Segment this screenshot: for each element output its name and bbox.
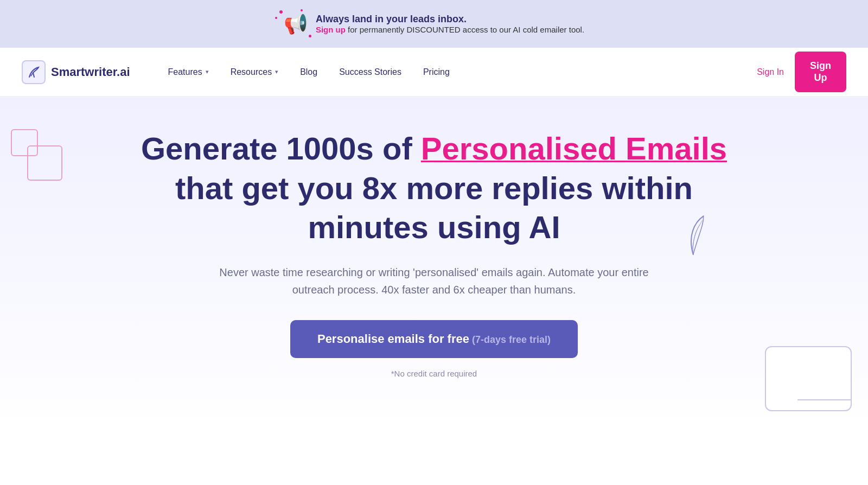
cta-main-text: Personalise emails for free <box>317 332 469 346</box>
banner-signup-link[interactable]: Sign up <box>316 25 346 34</box>
nav-item-resources[interactable]: Resources ▾ <box>220 63 289 81</box>
hero-deco-left <box>11 129 62 181</box>
nav-links: Features ▾ Resources ▾ Blog Success Stor… <box>157 63 757 81</box>
deco-dot-1 <box>279 10 283 14</box>
deco-dot-2 <box>275 17 277 19</box>
deco-dot-3 <box>309 35 311 37</box>
nav-item-blog[interactable]: Blog <box>289 63 328 81</box>
hero-title: Generate 1000s of Personalised Emails th… <box>136 129 732 247</box>
hero-subtitle: Never waste time researching or writing … <box>217 264 651 298</box>
sign-up-button[interactable]: SignUp <box>795 52 846 92</box>
banner-subtext: Sign up for permanently DISCOUNTED acces… <box>316 25 584 34</box>
deco-square-2 <box>27 145 62 181</box>
nav-right: Sign In SignUp <box>757 52 846 92</box>
cta-button[interactable]: Personalise emails for free (7-days free… <box>290 320 578 358</box>
nav-item-pricing[interactable]: Pricing <box>412 63 461 81</box>
logo-text: Smartwriter.ai <box>51 65 130 79</box>
banner-text: Always land in your leads inbox. Sign up… <box>316 14 584 34</box>
hero-section: Generate 1000s of Personalised Emails th… <box>0 97 868 427</box>
hero-card-line-deco <box>797 399 852 400</box>
hero-card-deco <box>765 346 852 411</box>
hero-title-highlight: Personalised Emails <box>421 131 727 166</box>
logo[interactable]: Smartwriter.ai <box>22 60 130 84</box>
features-chevron-icon: ▾ <box>206 68 209 75</box>
megaphone-icon: 📢 <box>284 12 308 35</box>
nav-item-features[interactable]: Features ▾ <box>157 63 220 81</box>
cta-trial-text: (7-days free trial) <box>469 334 551 345</box>
deco-dot-4 <box>301 9 303 11</box>
hero-title-part1: Generate 1000s of <box>141 131 421 166</box>
hero-title-part2: that get you 8x more replies within minu… <box>175 170 693 245</box>
banner-sub-post: for permanently DISCOUNTED access to our… <box>346 25 584 34</box>
no-credit-card-text: *No credit card required <box>391 369 477 378</box>
logo-icon <box>22 60 46 84</box>
resources-chevron-icon: ▾ <box>275 68 278 75</box>
sign-in-link[interactable]: Sign In <box>757 67 784 77</box>
logo-feather-icon <box>27 65 41 79</box>
navbar: Smartwriter.ai Features ▾ Resources ▾ Bl… <box>0 48 868 97</box>
banner-headline: Always land in your leads inbox. <box>316 14 467 25</box>
top-banner: 📢 Always land in your leads inbox. Sign … <box>0 0 868 48</box>
nav-item-success-stories[interactable]: Success Stories <box>328 63 412 81</box>
megaphone-icon-wrap: 📢 <box>284 12 308 35</box>
